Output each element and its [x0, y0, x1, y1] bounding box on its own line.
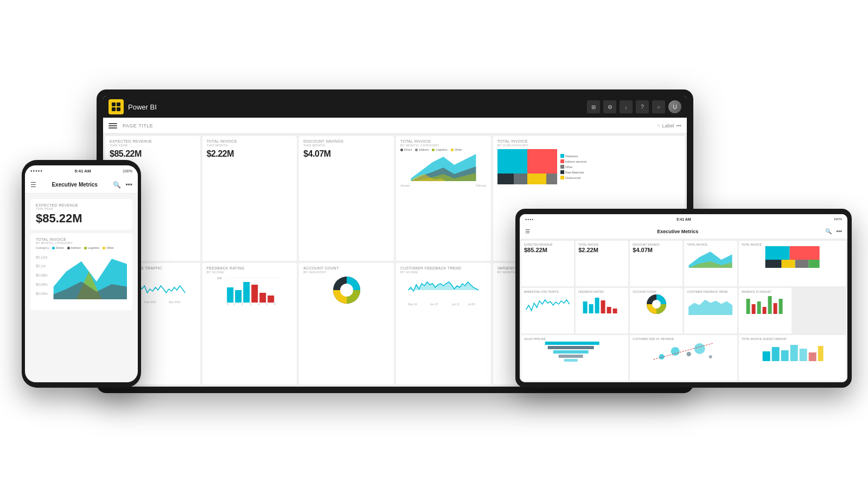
svg-point-95 — [709, 355, 712, 358]
topbar-icon-4[interactable]: ? — [636, 100, 649, 113]
tab-variance-chart — [742, 293, 789, 315]
svg-rect-97 — [762, 351, 770, 361]
power-bi-logo — [108, 99, 124, 114]
tab-account-title: Account Count — [633, 290, 680, 293]
phone-battery: 100% — [123, 169, 132, 173]
svg-text:3: 3 — [250, 303, 251, 306]
phone-signal: ●●●●● — [30, 169, 43, 172]
tablet-right: ●●●● 9:41 AM 100% ☰ Executive Metrics 🔍 … — [515, 209, 852, 388]
tab-pie-chart — [646, 293, 667, 315]
svg-rect-69 — [808, 260, 819, 268]
svg-rect-68 — [795, 260, 808, 268]
more-icon[interactable]: ••• — [676, 123, 681, 129]
svg-rect-8 — [527, 174, 546, 184]
phone-hamburger-icon[interactable]: ☰ — [30, 181, 36, 189]
treemap-chart — [497, 149, 557, 184]
subnav: PAGE TITLE ○ Label ••• — [103, 118, 687, 134]
phone-more-icon[interactable]: ••• — [125, 181, 132, 189]
card-total-invoice-sub-title: Total Invoice — [497, 139, 680, 144]
power-bi-topbar: Power BI ⊞ ⚙ ↓ ? ○ U — [103, 96, 687, 118]
legend-outsourced: Outsourced — [565, 176, 580, 179]
topbar-icon-5[interactable]: ○ — [652, 100, 665, 113]
svg-text:$0.1m: $0.1m — [36, 264, 46, 268]
tab-inv-value: $2.22M — [578, 247, 626, 253]
svg-rect-9 — [546, 174, 557, 184]
svg-rect-85 — [778, 299, 782, 314]
legend-raw-materials: Raw Materials — [565, 171, 584, 174]
tablet-dashboard: Expected Revenue $85.22M Total Invoice $… — [520, 239, 847, 382]
card-feedback-trend-title: Customer Feedback Trend — [400, 266, 487, 271]
phone-search-icon[interactable]: 🔍 — [113, 181, 121, 189]
svg-rect-17 — [243, 282, 250, 303]
svg-rect-65 — [789, 246, 819, 260]
svg-text:Jul 05: Jul 05 — [468, 303, 475, 306]
card-expected-revenue-subtitle: THIS YEAR — [110, 144, 196, 147]
phone-time: 9:41 AM — [74, 169, 91, 174]
svg-rect-90 — [564, 359, 578, 362]
scene: Power BI ⊞ ⚙ ↓ ? ○ U PAGE TITLE — [0, 0, 868, 488]
svg-point-77 — [652, 300, 661, 309]
svg-rect-98 — [771, 347, 779, 361]
phone-area-chart: $0.12m $0.1m $0.08m $0.06m $0.04m — [36, 249, 127, 304]
svg-text:100: 100 — [217, 277, 222, 280]
feedback-bar-chart: 100 0 1 2 3 4 5 — [207, 274, 293, 306]
tab-rev-title: Expected Revenue — [524, 243, 571, 246]
tab-card-total-invoice: Total Invoice $2.22M — [576, 241, 628, 286]
user-avatar[interactable]: U — [668, 100, 681, 113]
topbar-icon-3[interactable]: ↓ — [620, 100, 633, 113]
svg-rect-4 — [497, 149, 527, 174]
svg-text:6: 6 — [274, 303, 276, 306]
tablet-hamburger-icon[interactable]: ☰ — [525, 228, 530, 234]
tab-bar-chart — [578, 293, 626, 315]
svg-rect-64 — [765, 246, 789, 260]
tablet-search-icon[interactable]: 🔍 — [825, 228, 832, 234]
phone-screen: ●●●●● 9:41 AM 100% ☰ Executive Metrics 🔍… — [25, 165, 138, 382]
phone-navbar: ☰ Executive Metrics 🔍 ••• — [25, 176, 138, 194]
tab-rev-value: $85.22M — [524, 247, 571, 253]
svg-rect-100 — [790, 345, 797, 361]
tab-combo-chart — [742, 341, 843, 362]
svg-text:0: 0 — [227, 303, 228, 306]
tab-card-cust-feedback: Customer Feedback Trend — [684, 288, 737, 333]
card-total-invoice-category: Total Invoice BY MONTH, CATEGORY Direct … — [396, 136, 491, 261]
svg-rect-6 — [497, 174, 514, 184]
tab-disc-title: Discount Savings — [633, 243, 680, 246]
tab-inv-title: Total Invoice — [578, 243, 626, 246]
page-title-label: PAGE TITLE — [123, 123, 153, 129]
tab-card-marketing: Marketing Site Traffic — [521, 288, 574, 333]
tablet-more-icon[interactable]: ••• — [836, 228, 842, 234]
svg-text:Jun 07: Jun 07 — [430, 303, 438, 306]
svg-text:4: 4 — [258, 303, 259, 306]
svg-rect-101 — [799, 349, 807, 361]
svg-rect-15 — [227, 287, 233, 303]
tab-card-account-count: Account Count — [630, 288, 682, 333]
tab-trend-chart — [524, 293, 571, 315]
svg-text:$0.08m: $0.08m — [36, 273, 48, 277]
card-total-invoice-value: $2.22M — [207, 149, 293, 159]
hamburger-icon[interactable] — [108, 123, 117, 129]
svg-point-29 — [340, 284, 353, 297]
tab-card-expected-revenue: Expected Revenue $85.22M — [521, 241, 574, 286]
card-customer-feedback: Customer Feedback Trend BY SCORE May 24 … — [396, 263, 491, 385]
svg-rect-20 — [267, 296, 274, 303]
tablet-signal: ●●●● — [525, 217, 534, 221]
svg-rect-99 — [781, 350, 788, 361]
svg-text:Feb 2016: Feb 2016 — [144, 300, 156, 304]
phone-inv-title: Total Invoice — [36, 237, 127, 241]
phone-rev-value: $85.22M — [36, 211, 127, 226]
tab-card-treemap: Total Invoice — [739, 241, 846, 286]
legend-hardware: Hardware — [565, 155, 578, 158]
tab-scatter-chart — [633, 341, 734, 362]
tablet-navbar: ☰ Executive Metrics 🔍 ••• — [520, 224, 847, 239]
topbar-icon-1[interactable]: ⊞ — [587, 100, 600, 113]
svg-text:May 24: May 24 — [408, 303, 417, 306]
svg-rect-89 — [559, 355, 583, 358]
phone-rev-sub: THIS YEAR — [36, 207, 127, 210]
label-right: ○ Label ••• — [658, 123, 681, 129]
topbar-icon-2[interactable]: ⚙ — [603, 100, 616, 113]
svg-rect-80 — [751, 304, 755, 314]
svg-rect-72 — [595, 298, 599, 313]
svg-rect-102 — [808, 352, 816, 361]
tab-card-discount-savings: Discount Savings $4.07M — [630, 241, 682, 286]
card-total-invoice-subtitle: THIS MONTH — [207, 144, 293, 147]
